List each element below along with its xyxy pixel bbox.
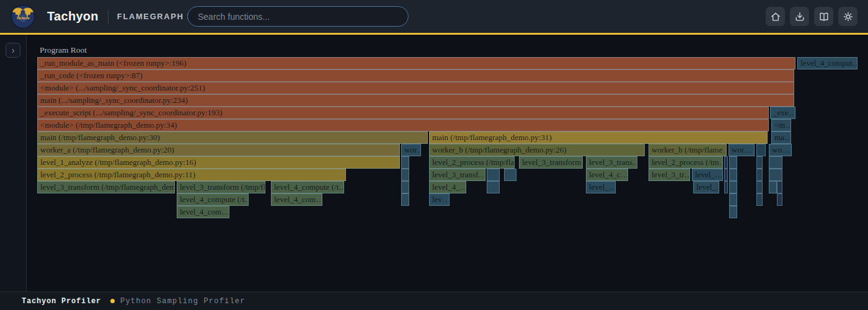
flame-bar[interactable]: ma…: [771, 131, 791, 144]
flame-bar[interactable]: [777, 181, 782, 193]
flamegraph-root-label: Program Root: [40, 45, 87, 55]
flame-bar[interactable]: <module> (/tmp/flamegraph_demo.py:34): [37, 119, 769, 131]
home-button[interactable]: [766, 7, 785, 26]
home-icon: [769, 11, 782, 23]
flame-bar[interactable]: worker_a (/tmp/flamegraph_demo.py:20): [37, 144, 400, 156]
flame-bar[interactable]: level_4_compute (/t…: [271, 181, 344, 193]
flame-bar[interactable]: _run_module_as_main (<frozen runpy>:196): [37, 57, 795, 69]
flame-bar[interactable]: [756, 156, 763, 169]
flame-bar[interactable]: level_4_c…: [586, 169, 628, 181]
flame-bar[interactable]: level_4_compute (/t…: [177, 193, 249, 206]
status-bar: Tachyon Profiler Python Sampling Profile…: [0, 291, 868, 310]
status-dot-icon: [110, 299, 115, 303]
app-header: Tachyon Tachyon FLAMEGRAPH REPORT: [0, 0, 868, 33]
flame-bar[interactable]: [724, 181, 728, 193]
flame-bar[interactable]: main (/tmp/flamegraph_demo.py:30): [37, 131, 428, 144]
flame-bar[interactable]: [729, 181, 737, 193]
flame-bar[interactable]: level_3_transf…: [429, 169, 485, 181]
flame-bar[interactable]: _run_code (<frozen runpy>:87): [37, 69, 794, 82]
sidebar: ›: [0, 35, 27, 291]
flame-bar[interactable]: level_3_trans…: [586, 156, 637, 169]
flame-bar[interactable]: level_4_com…: [271, 193, 322, 206]
flame-bar[interactable]: [401, 156, 409, 169]
flame-bar[interactable]: level_…: [692, 169, 723, 181]
flame-bar[interactable]: [724, 156, 728, 169]
flame-bar[interactable]: [401, 181, 409, 193]
svg-text:Tachyon: Tachyon: [16, 16, 30, 19]
flame-bar[interactable]: worker_b (/tmp/flame…: [649, 144, 727, 156]
brightness-icon: [842, 11, 854, 23]
footer-subtitle: Python Sampling Profiler: [120, 297, 246, 306]
flame-bar[interactable]: level_4_…: [429, 181, 466, 193]
flame-bar[interactable]: main (/tmp/flamegraph_demo.py:31): [429, 131, 768, 144]
sidebar-expand-button[interactable]: ›: [6, 43, 20, 58]
flame-bar[interactable]: [487, 181, 500, 193]
theme-button[interactable]: [838, 7, 857, 26]
flame-bar[interactable]: [401, 169, 409, 181]
flame-bar[interactable]: worker_b (/tmp/flamegraph_demo.py:26): [429, 144, 645, 156]
flame-bar[interactable]: wor…: [728, 144, 755, 156]
flame-bar[interactable]: level_1_analyze (/tmp/flamegraph_demo.py…: [37, 156, 400, 169]
flame-bar[interactable]: lev…: [429, 193, 450, 206]
flame-bar[interactable]: level_2_process (/tmp/flamegraph_demo.py…: [37, 169, 346, 181]
flame-bar[interactable]: [487, 169, 500, 181]
flame-bar[interactable]: [729, 193, 737, 206]
tachyon-logo: Tachyon: [11, 4, 35, 29]
app-title: Tachyon: [47, 9, 99, 24]
flamegraph-canvas[interactable]: Program Root _run_module_as_main (<froze…: [27, 35, 868, 291]
flame-bar[interactable]: [401, 193, 409, 206]
flame-bar[interactable]: level_4_comput…: [797, 57, 857, 69]
download-icon: [794, 11, 806, 23]
flame-bar[interactable]: [756, 181, 763, 193]
flame-bar[interactable]: _execute_script (.../sampling/_sync_coor…: [37, 107, 769, 119]
flame-bar[interactable]: [756, 144, 766, 156]
flame-bar[interactable]: [724, 169, 728, 181]
flame-bar[interactable]: [777, 193, 782, 206]
title-divider: [108, 10, 108, 24]
flame-bar[interactable]: level_3_transform (/tmp/fl…: [177, 181, 265, 193]
flame-bar[interactable]: level_4_com…: [177, 206, 229, 218]
flame-bar[interactable]: [769, 156, 782, 169]
header-actions: [766, 7, 857, 26]
docs-button[interactable]: [814, 7, 833, 26]
download-button[interactable]: [790, 7, 809, 26]
flame-bar[interactable]: [769, 169, 782, 181]
flame-bar[interactable]: [504, 169, 516, 181]
footer-app-name: Tachyon Profiler: [22, 297, 101, 306]
flame-bar[interactable]: level_3_tr…: [649, 169, 690, 181]
flame-bar[interactable]: [729, 206, 737, 218]
flame-bar[interactable]: level_…: [586, 181, 616, 193]
flame-bar[interactable]: [729, 169, 737, 181]
flame-bar[interactable]: [756, 193, 763, 206]
flame-bar[interactable]: _exe…: [770, 107, 795, 119]
search-input[interactable]: [187, 6, 409, 27]
flame-bar[interactable]: wor…: [401, 144, 421, 156]
flame-bar[interactable]: main (.../sampling/_sync_coordinator.py:…: [37, 94, 794, 107]
flame-bar[interactable]: level_2_process (/tmp/fla…: [429, 156, 515, 169]
flame-bar[interactable]: <module> (.../sampling/_sync_coordinator…: [37, 82, 794, 94]
flame-bar[interactable]: [756, 169, 763, 181]
flame-bar[interactable]: level_2_process (/tm…: [649, 156, 723, 169]
book-icon: [818, 11, 830, 23]
flame-bar[interactable]: level_…: [693, 181, 719, 193]
flame-bar[interactable]: level_3_transform (/tmp/flamegraph_dem…: [37, 181, 175, 193]
flame-bar[interactable]: [769, 181, 777, 193]
chevron-right-icon: ›: [12, 45, 15, 55]
flame-bar[interactable]: <m…: [771, 119, 791, 131]
flame-bar[interactable]: level_3_transform…: [519, 156, 583, 169]
flame-bar[interactable]: [729, 156, 737, 169]
flame-bar[interactable]: wo…: [769, 144, 792, 156]
